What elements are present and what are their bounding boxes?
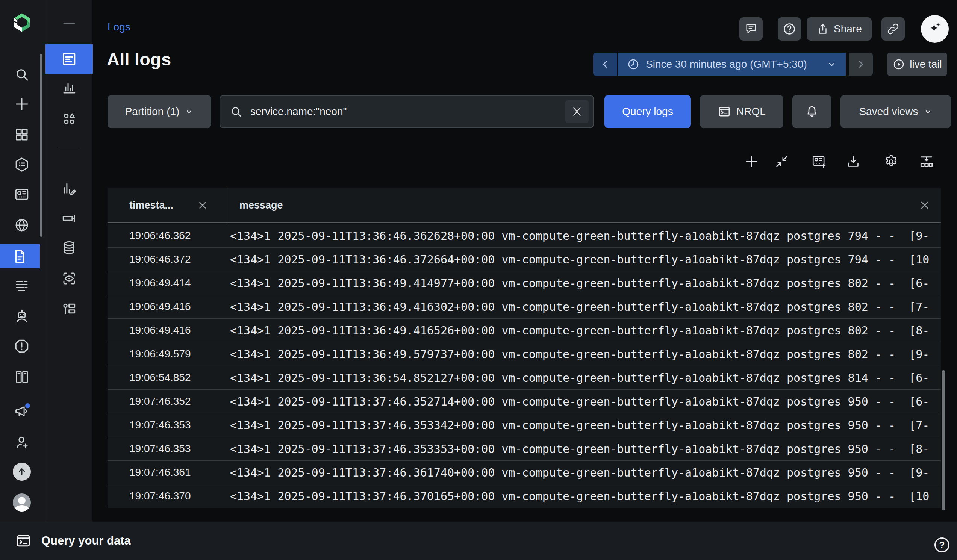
collapse-view-button[interactable] [774, 153, 790, 170]
log-timestamp: 19:06:46.362 [129, 224, 191, 247]
sidebar-collapse-button[interactable] [57, 13, 81, 34]
minimize-dash-icon [61, 16, 77, 31]
notification-dot [25, 403, 30, 408]
breadcrumb-logs[interactable]: Logs [107, 21, 130, 33]
sidebar-item-dashboards[interactable] [11, 184, 33, 205]
inner-item-attributes-charts[interactable] [57, 77, 81, 98]
inner-item-patterns[interactable] [57, 108, 81, 129]
sidebar-item-infrastructure[interactable] [11, 366, 33, 388]
log-row[interactable]: 19:06:49.579 <134>1 2025-09-11T13:36:49.… [107, 342, 941, 366]
log-row[interactable]: 19:07:46.353 <134>1 2025-09-11T13:37:46.… [107, 437, 941, 461]
column-divider[interactable] [226, 188, 226, 223]
saved-views-dropdown[interactable]: Saved views [840, 95, 951, 128]
log-row[interactable]: 19:07:46.353 <134>1 2025-09-11T13:37:46.… [107, 413, 941, 437]
plus-icon [744, 154, 759, 169]
log-row[interactable]: 19:06:46.362 <134>1 2025-09-11T13:36:46.… [107, 224, 941, 248]
log-row[interactable]: 19:06:49.416 <134>1 2025-09-11T13:36:49.… [107, 295, 941, 319]
sidebar-item-announcements[interactable] [11, 401, 33, 422]
inner-item-create-chart[interactable] [57, 178, 81, 199]
alert-condition-button[interactable] [792, 95, 831, 128]
logs-document-icon [61, 51, 77, 67]
copy-link-button[interactable] [881, 17, 905, 41]
sidebar-item-search[interactable] [11, 64, 33, 85]
add-to-dashboard-button[interactable] [811, 153, 828, 170]
feedback-button[interactable] [739, 17, 763, 41]
sidebar-item-invite-user[interactable] [11, 432, 33, 453]
sidebar-item-ai-assistant[interactable] [11, 306, 33, 327]
table-scrollbar[interactable] [942, 370, 945, 510]
log-message: <134>1 2025-09-11T13:36:46.362628+00:00 … [230, 224, 940, 247]
live-tail-button[interactable]: live tail [887, 53, 947, 76]
remove-timestamp-column-button[interactable] [196, 199, 209, 211]
time-forward-button[interactable] [849, 53, 873, 76]
column-header-message[interactable]: message [239, 188, 283, 223]
live-tail-label: live tail [910, 58, 942, 70]
inner-sidebar [45, 0, 92, 522]
sidebar-item-browse[interactable] [11, 215, 33, 236]
inner-item-data-partitions[interactable] [57, 237, 81, 258]
inner-item-field-settings[interactable] [57, 208, 81, 229]
share-icon [816, 22, 829, 35]
sidebar-item-log-views[interactable] [11, 275, 33, 296]
inner-item-obfuscation[interactable] [57, 268, 81, 289]
query-logs-button[interactable]: Query logs [605, 95, 691, 128]
log-row[interactable]: 19:07:46.370 <134>1 2025-09-11T13:37:46.… [107, 484, 941, 508]
log-message: <134>1 2025-09-11T13:36:46.372664+00:00 … [230, 248, 940, 271]
database-icon [61, 240, 77, 256]
brand-logo[interactable] [11, 11, 33, 35]
log-row[interactable]: 19:06:54.852 <134>1 2025-09-11T13:36:54.… [107, 366, 941, 390]
share-button[interactable]: Share [807, 17, 872, 41]
add-column-button[interactable] [743, 153, 760, 170]
log-row[interactable]: 19:07:46.361 <134>1 2025-09-11T13:37:46.… [107, 461, 941, 484]
workflow-icon [61, 301, 77, 317]
download-button[interactable] [845, 153, 862, 170]
clear-search-button[interactable] [565, 100, 589, 123]
query-your-data-label: Query your data [41, 534, 131, 547]
sidebar-item-logs-selected[interactable] [0, 244, 40, 268]
globe-icon [14, 217, 30, 233]
sidebar-item-apps[interactable] [11, 124, 33, 145]
nrql-button[interactable]: NRQL [700, 95, 783, 128]
inner-item-workflows[interactable] [57, 299, 81, 320]
log-row[interactable]: 19:06:49.414 <134>1 2025-09-11T13:36:49.… [107, 271, 941, 295]
log-row[interactable]: 19:06:49.416 <134>1 2025-09-11T13:36:49.… [107, 319, 941, 342]
sidebar-item-alerts[interactable] [11, 336, 33, 357]
search-icon [14, 66, 30, 82]
close-icon [197, 200, 208, 210]
ai-assistant-button[interactable] [921, 15, 949, 43]
query-logs-label: Query logs [622, 106, 673, 118]
log-message: <134>1 2025-09-11T13:37:46.353353+00:00 … [230, 437, 940, 461]
log-timestamp: 19:07:46.353 [129, 437, 191, 461]
log-timestamp: 19:06:54.852 [129, 366, 191, 390]
log-row[interactable]: 19:06:46.372 <134>1 2025-09-11T13:36:46.… [107, 248, 941, 271]
log-timestamp: 19:06:49.579 [129, 342, 191, 366]
plus-icon [14, 96, 30, 112]
sidebar-item-user-profile[interactable] [11, 492, 33, 513]
column-header-timestamp[interactable]: timesta... [129, 188, 173, 223]
inner-item-all-logs-selected[interactable] [46, 44, 93, 74]
log-timestamp: 19:06:49.414 [129, 271, 191, 295]
search-input[interactable] [250, 105, 559, 118]
settings-button[interactable] [883, 153, 900, 170]
eye-scan-icon [61, 271, 77, 286]
apps-grid-icon [14, 127, 30, 142]
alert-octagon-icon [14, 338, 30, 354]
outer-sidebar [0, 0, 45, 522]
sidebar-item-service-levels[interactable] [11, 154, 33, 175]
log-row[interactable]: 19:07:46.352 <134>1 2025-09-11T13:37:46.… [107, 390, 941, 413]
close-icon [571, 106, 583, 118]
query-your-data-button[interactable]: Query your data [15, 522, 131, 560]
terminal-icon [15, 533, 32, 549]
sidebar-item-create[interactable] [11, 93, 33, 115]
log-timestamp: 19:06:49.416 [129, 295, 191, 318]
sidebar-scrollbar[interactable] [40, 54, 43, 237]
remove-message-column-button[interactable] [918, 199, 931, 211]
help-button[interactable] [778, 17, 801, 41]
nrql-label: NRQL [736, 106, 766, 118]
sidebar-item-upgrade[interactable] [11, 461, 33, 482]
footer-help-button[interactable]: ? [935, 538, 949, 552]
time-range-picker[interactable]: Since 30 minutes ago (GMT+5:30) [618, 53, 846, 76]
partition-dropdown[interactable]: Partition (1) [107, 95, 211, 128]
group-columns-button[interactable] [918, 153, 935, 170]
time-back-button[interactable] [593, 53, 617, 76]
